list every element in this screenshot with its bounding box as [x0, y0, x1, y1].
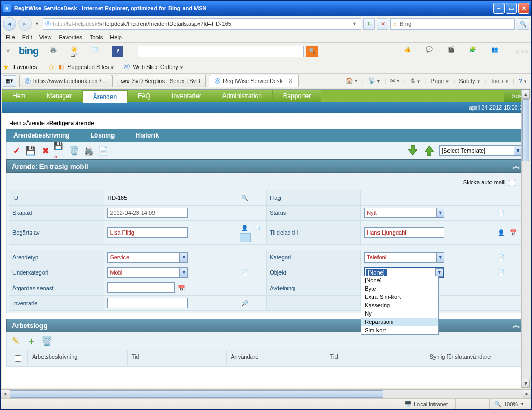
savecopy-button[interactable]: 💾×	[53, 144, 66, 157]
quicktabs-button[interactable]: ▦▾	[3, 75, 16, 87]
nav-history-drop[interactable]: ▼	[34, 21, 40, 26]
bing-search-input[interactable]	[141, 48, 301, 55]
protected-mode-segment[interactable]	[455, 399, 486, 409]
menu-tools[interactable]: Tools	[90, 34, 103, 40]
arrow-up-icon[interactable]	[423, 144, 436, 157]
selectall-checkbox[interactable]	[15, 355, 21, 362]
web-slice-gallery[interactable]: Web Slice Gallery	[133, 64, 184, 70]
subtab-historik[interactable]: Historik	[135, 132, 159, 139]
favorites-label[interactable]: Favorites	[13, 64, 37, 70]
collapse-icon[interactable]: ︽	[513, 321, 520, 330]
stop-button[interactable]: ✕	[377, 18, 388, 30]
scroll-left-button[interactable]: ◄	[1, 390, 9, 398]
menu-help[interactable]: Help	[110, 34, 122, 40]
user-icon[interactable]: 👤	[240, 223, 250, 233]
edit-icon[interactable]: ✎	[10, 335, 21, 347]
apptab-rapporter[interactable]: Rapporter	[273, 90, 321, 102]
assignedto-input[interactable]	[364, 227, 444, 238]
col-time2[interactable]: Tid	[326, 350, 426, 366]
category-apply-icon[interactable]: 📄	[496, 252, 507, 263]
automail-checkbox[interactable]	[509, 180, 515, 186]
subtab-beskriv[interactable]: Ärendebeskrivning	[13, 132, 70, 139]
forward-button[interactable]: ►	[18, 17, 32, 31]
object-option[interactable]: Sim-kort	[361, 326, 438, 334]
object-option[interactable]: Ny	[361, 309, 438, 318]
safety-menu[interactable]: Safety	[459, 78, 480, 84]
crumb-hem[interactable]: Hem	[9, 120, 21, 126]
save-close-button[interactable]: ✔	[10, 144, 22, 157]
object-apply-icon[interactable]: 📄	[496, 267, 507, 278]
people-icon[interactable]: 👥	[491, 46, 501, 57]
apptab-faq[interactable]: FAQ	[128, 90, 161, 102]
close-button[interactable]: ✕	[518, 3, 529, 14]
mail-icon[interactable]: ✉️	[91, 46, 102, 57]
date-picker-icon[interactable]: 📅	[176, 283, 187, 293]
ietab-regitwise[interactable]: ⓔRegitWise ServiceDesk✕	[209, 75, 299, 87]
crumb-arende[interactable]: Ärende	[26, 120, 44, 126]
search-bar[interactable]: ⌕	[390, 18, 515, 30]
scroll-up-button[interactable]: ▲	[522, 90, 530, 99]
bingbar-more[interactable]: ○○○	[516, 48, 529, 54]
zoom-segment[interactable]: 🔍 100% ▼	[489, 399, 528, 409]
folder-icon[interactable]	[240, 233, 251, 242]
like-icon[interactable]: 👍	[404, 46, 414, 57]
bing-search-box[interactable]	[138, 46, 304, 57]
address-drop[interactable]: ▼	[350, 21, 359, 26]
print-icon[interactable]: 🖨️	[50, 46, 60, 57]
inventory-lookup-icon[interactable]: 🔎	[240, 298, 250, 308]
print-button[interactable]: 🖶	[410, 78, 421, 84]
save-button[interactable]: 💾	[24, 144, 37, 157]
refresh-button[interactable]: ↻	[363, 18, 375, 30]
feeds-button[interactable]: 📡	[368, 77, 381, 84]
object-option[interactable]: Reparation	[361, 318, 438, 326]
menu-view[interactable]: View	[39, 34, 52, 40]
vertical-scrollbar[interactable]: ▲ ▼	[521, 90, 530, 388]
weather-icon[interactable]: ☀️12°	[71, 46, 81, 57]
tools-menu[interactable]: Tools	[490, 78, 509, 84]
chat-icon[interactable]: 💬	[426, 46, 436, 57]
col-visible[interactable]: Synlig för slutanvändare	[425, 350, 525, 366]
apptab-administration[interactable]: Administration	[212, 90, 273, 102]
delete-button[interactable]: ✖	[39, 144, 51, 157]
col-desc[interactable]: Arbetsbeskrivning	[28, 350, 128, 366]
app1-icon[interactable]: 🧩	[469, 46, 480, 57]
actionby-input[interactable]	[107, 282, 175, 293]
home-button[interactable]: 🏠	[346, 77, 358, 84]
object-option[interactable]: Kassering	[361, 301, 438, 309]
status-select[interactable]: Nytt▼	[364, 208, 444, 218]
suggested-sites[interactable]: Suggested Sites	[67, 64, 114, 70]
col-user[interactable]: Användare	[227, 350, 326, 366]
trash-button[interactable]: 🗑️	[68, 144, 80, 157]
delete-log-icon[interactable]: 🗑️	[41, 335, 52, 347]
user2-icon[interactable]: 👤	[496, 227, 507, 238]
object-option[interactable]: Extra Sim-kort	[361, 293, 438, 301]
apptab-arenden[interactable]: Ärenden	[82, 90, 128, 103]
horizontal-scrollbar[interactable]: ◄ ►	[1, 389, 531, 398]
apptab-inventarier[interactable]: Inventarier	[161, 90, 212, 102]
template-select[interactable]: [Select Template]▼	[439, 145, 522, 156]
menu-favorites[interactable]: Favorites	[59, 34, 82, 40]
calendar-icon[interactable]: 📅	[508, 227, 519, 238]
arrow-down-icon[interactable]	[406, 144, 419, 157]
back-button[interactable]: ◄	[3, 17, 16, 31]
facebook-icon[interactable]: f	[112, 46, 123, 57]
col-time[interactable]: Tid	[128, 350, 227, 366]
ietab-facebook[interactable]: ⓔhttps://www.facebook.com/…	[19, 75, 113, 87]
apptab-hem[interactable]: Hem	[2, 90, 36, 102]
minimize-button[interactable]: –	[493, 3, 505, 14]
scroll-down-button[interactable]: ▼	[522, 379, 530, 388]
menu-file[interactable]: File	[6, 34, 15, 40]
new-doc-button[interactable]: 📄	[97, 144, 109, 157]
inventory-input[interactable]	[107, 298, 188, 308]
requestedby-input[interactable]	[107, 227, 188, 238]
object-option[interactable]: [None]	[361, 276, 438, 284]
addfav-icon[interactable]: ✩	[48, 63, 54, 71]
collapse-icon[interactable]: ︽	[513, 161, 520, 171]
video-icon[interactable]: 🎬	[447, 46, 458, 57]
status-apply-icon[interactable]: 📄	[496, 208, 507, 218]
scroll-thumb[interactable]	[522, 99, 529, 161]
page-menu[interactable]: Page	[431, 78, 450, 84]
category-select[interactable]: Telefoni▼	[364, 252, 444, 263]
search-input[interactable]	[399, 20, 512, 28]
menu-edit[interactable]: Edit	[22, 34, 32, 40]
